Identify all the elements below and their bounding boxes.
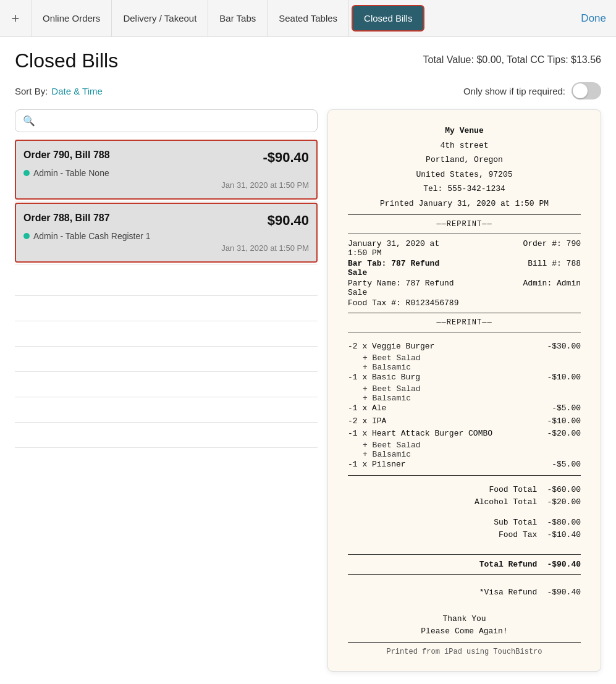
- receipt-item-2-mod1: + Beet Salad: [348, 384, 581, 394]
- order-item-2-date: Jan 31, 2020 at 1:50 PM: [23, 243, 309, 253]
- search-bar[interactable]: 🔍: [15, 109, 318, 132]
- order-item-2-header: Order 788, Bill 787 $90.40: [23, 213, 309, 229]
- tip-required-toggle[interactable]: [572, 82, 601, 99]
- receipt-item-1-price: -$30.00: [547, 341, 581, 352]
- tab-bar: + Online Orders Delivery / Takeout Bar T…: [0, 0, 616, 37]
- receipt-date: January 31, 2020 at 1:50 PM: [348, 239, 462, 258]
- sort-left: Sort By: Date & Time: [15, 86, 103, 96]
- receipt-food-tax-label: Food Tax: [348, 530, 537, 541]
- receipt-address3: United States, 97205: [348, 169, 581, 181]
- order-item-2-amount: $90.40: [268, 213, 309, 229]
- receipt-party: Party Name: 787 Refund Sale: [348, 279, 462, 297]
- receipt-item-2: -1 x Basic Burg -$10.00: [348, 372, 581, 383]
- sort-right: Only show if tip required:: [463, 82, 601, 99]
- order-item-2-title: Order 788, Bill 787: [23, 213, 110, 224]
- receipt-sub-total-label: Sub Total: [348, 517, 537, 528]
- order-item-1-title: Order 790, Bill 788: [23, 150, 110, 161]
- empty-divider-2: [15, 321, 318, 321]
- tab-online-orders[interactable]: Online Orders: [31, 0, 112, 36]
- receipt-divider-5: [348, 475, 581, 476]
- receipt-item-5-name: -1 x Heart Attack Burger COMBO: [348, 428, 537, 439]
- receipt-reprint-2: ——REPRINT——: [348, 318, 581, 327]
- receipt-divider-2: [348, 234, 581, 234]
- receipt-thank-you-2: Please Come Again!: [348, 625, 581, 638]
- two-col-layout: 🔍 Order 790, Bill 788 -$90.40 Admin - Ta…: [15, 109, 601, 672]
- receipt-sub-total: Sub Total -$80.00: [348, 517, 581, 528]
- receipt-total-refund-label: Total Refund: [348, 560, 547, 569]
- receipt-reprint-1: ——REPRINT——: [348, 220, 581, 229]
- receipt-bar-tab: Bar Tab: 787 Refund Sale: [348, 259, 462, 277]
- receipt-item-3-name: -1 x Ale: [348, 403, 542, 414]
- receipt-item-4-name: -2 x IPA: [348, 416, 537, 427]
- order-item-2-sub: Admin - Table Cash Register 1: [23, 231, 309, 241]
- receipt-divider-1: [348, 214, 581, 215]
- order-item-1-header: Order 790, Bill 788 -$90.40: [23, 150, 309, 166]
- receipt-item-3: -1 x Ale -$5.00: [348, 403, 581, 414]
- receipt: My Venue 4th street Portland, Oregon Uni…: [327, 109, 601, 672]
- receipt-thank-you: Thank You Please Come Again!: [348, 613, 581, 637]
- receipt-item-5-mod2: + Balsamic: [348, 450, 581, 459]
- empty-divider-1: [15, 295, 318, 296]
- order-item-2[interactable]: Order 788, Bill 787 $90.40 Admin - Table…: [15, 203, 318, 263]
- order-item-1[interactable]: Order 790, Bill 788 -$90.40 Admin - Tabl…: [15, 140, 318, 200]
- order-item-2-admin: Admin - Table Cash Register 1: [33, 231, 151, 241]
- tab-bar-tabs[interactable]: Bar Tabs: [208, 0, 268, 36]
- empty-divider-7: [15, 447, 318, 448]
- divider-1: [15, 201, 318, 201]
- receipt-alcohol-total-label: Alcohol Total: [348, 497, 537, 508]
- receipt-address1: 4th street: [348, 140, 581, 152]
- receipt-item-4-price: -$10.00: [547, 416, 581, 427]
- tab-closed-bills[interactable]: Closed Bills: [352, 5, 424, 32]
- receipt-item-1-name: -2 x Veggie Burger: [348, 341, 537, 352]
- receipt-info-grid: January 31, 2020 at 1:50 PM Order #: 790…: [348, 239, 581, 308]
- receipt-printed: Printed January 31, 2020 at 1:50 PM: [348, 198, 581, 210]
- tab-seated-tables[interactable]: Seated Tables: [268, 0, 349, 36]
- status-dot-1: [23, 170, 30, 176]
- receipt-item-5: -1 x Heart Attack Burger COMBO -$20.00: [348, 428, 581, 439]
- receipt-item-6: -1 x Pilsner -$5.00: [348, 459, 581, 470]
- receipt-address2: Portland, Oregon: [348, 154, 581, 166]
- search-input[interactable]: [40, 116, 310, 126]
- receipt-visa-value: -$90.40: [547, 587, 581, 598]
- receipt-item-5-mod1: + Beet Salad: [348, 441, 581, 450]
- plus-icon: +: [12, 11, 20, 27]
- tab-delivery-takeout[interactable]: Delivery / Takeout: [112, 0, 208, 36]
- receipt-footer: Printed from iPad using TouchBistro: [348, 648, 581, 656]
- receipt-visa: *Visa Refund -$90.40: [348, 587, 581, 598]
- receipt-item-2-mod2: + Balsamic: [348, 394, 581, 403]
- order-item-1-amount: -$90.40: [263, 150, 309, 166]
- receipt-order-num: Order #: 790: [467, 239, 581, 258]
- receipt-food-total-value: -$60.00: [547, 484, 581, 496]
- done-button[interactable]: Done: [571, 12, 616, 25]
- receipt-phone: Tel: 555-342-1234: [348, 183, 581, 195]
- receipt-divider-8: [348, 642, 581, 643]
- receipt-food-tax-value: -$10.40: [547, 530, 581, 541]
- receipt-item-1-mod2: + Balsamic: [348, 363, 581, 372]
- search-icon: 🔍: [23, 115, 35, 127]
- receipt-item-6-price: -$5.00: [552, 459, 581, 470]
- receipt-divider-4: [348, 332, 581, 332]
- left-column: 🔍 Order 790, Bill 788 -$90.40 Admin - Ta…: [15, 109, 318, 473]
- order-item-1-sub: Admin - Table None: [23, 168, 309, 178]
- receipt-tax: Food Tax #: R0123456789: [348, 298, 462, 308]
- divider-2: [15, 264, 318, 264]
- receipt-item-3-price: -$5.00: [552, 403, 581, 414]
- tabs-container: Online Orders Delivery / Takeout Bar Tab…: [31, 0, 571, 36]
- sort-by-value[interactable]: Date & Time: [51, 86, 103, 96]
- add-tab-button[interactable]: +: [0, 11, 31, 27]
- empty-divider-6: [15, 422, 318, 423]
- receipt-thank-you-1: Thank You: [348, 613, 581, 625]
- receipt-item-2-name: -1 x Basic Burg: [348, 372, 537, 383]
- receipt-food-total: Food Total -$60.00: [348, 484, 581, 496]
- receipt-item-6-name: -1 x Pilsner: [348, 459, 542, 470]
- receipt-item-4: -2 x IPA -$10.00: [348, 416, 581, 427]
- receipt-food-total-label: Food Total: [348, 484, 537, 496]
- tip-required-label: Only show if tip required:: [463, 86, 565, 96]
- receipt-item-2-price: -$10.00: [547, 372, 581, 383]
- receipt-alcohol-total-value: -$20.00: [547, 497, 581, 508]
- main-content: Closed Bills Total Value: $0.00, Total C…: [0, 37, 616, 684]
- receipt-item-1: -2 x Veggie Burger -$30.00: [348, 341, 581, 352]
- sort-by-label: Sort By:: [15, 86, 48, 96]
- empty-dividers: [15, 271, 318, 473]
- header-row: Closed Bills Total Value: $0.00, Total C…: [15, 49, 601, 72]
